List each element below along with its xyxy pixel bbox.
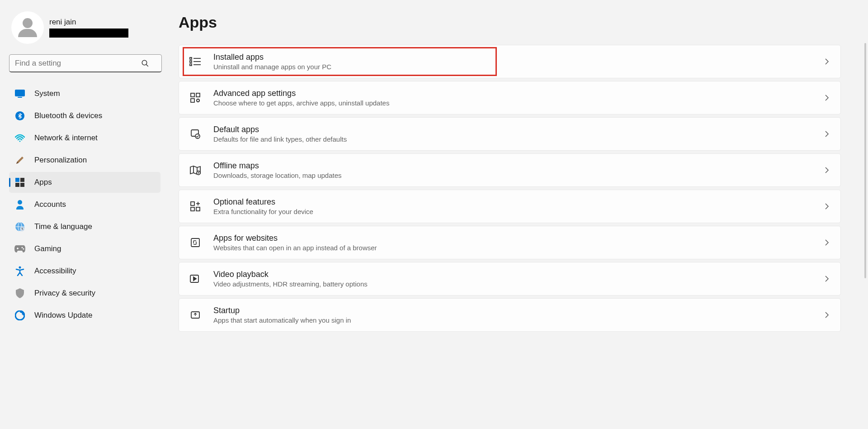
svg-rect-31 [196,93,200,97]
svg-rect-9 [20,183,24,187]
card-installed-apps[interactable]: Installed apps Uninstall and manage apps… [179,45,841,78]
svg-point-21 [19,267,21,269]
card-default-apps[interactable]: Default apps Defaults for file and link … [179,117,841,151]
svg-rect-2 [15,90,25,96]
sidebar-item-accounts[interactable]: Accounts [9,194,160,215]
sidebar-item-label: System [34,89,60,98]
profile-email-redacted [49,29,128,38]
system-icon [14,88,25,99]
sidebar-item-system[interactable]: System [9,83,160,104]
svg-point-33 [197,99,199,102]
card-title: Video playback [213,270,811,279]
sidebar-item-label: Apps [34,178,52,187]
card-video-playback[interactable]: Video playback Video adjustments, HDR st… [179,262,841,296]
card-startup[interactable]: Startup Apps that start automatically wh… [179,298,841,332]
sidebar-item-label: Accessibility [34,267,76,276]
svg-rect-44 [191,238,199,247]
card-offline-maps[interactable]: Offline maps Downloads, storage location… [179,153,841,187]
accounts-icon [14,199,25,210]
time-language-icon [14,221,25,232]
sidebar-item-network[interactable]: Network & internet [9,128,160,148]
card-desc: Downloads, storage location, map updates [213,172,811,179]
card-desc: Apps that start automatically when you s… [213,316,811,324]
card-advanced-app-settings[interactable]: Advanced app settings Choose where to ge… [179,81,841,114]
svg-rect-6 [15,178,19,182]
svg-rect-26 [190,61,192,62]
svg-point-10 [18,200,22,205]
sidebar-item-bluetooth[interactable]: Bluetooth & devices [9,105,160,126]
svg-line-1 [146,64,148,67]
svg-point-5 [19,141,21,142]
search-input[interactable] [9,54,162,72]
offline-maps-icon [189,164,202,176]
search-wrap [9,54,160,72]
card-desc: Choose where to get apps, archive apps, … [213,99,811,107]
svg-rect-7 [20,178,24,182]
chevron-right-icon [823,239,830,246]
profile-text: reni jain [49,18,128,38]
card-desc: Defaults for file and link types, other … [213,135,811,143]
apps-for-websites-icon [189,236,202,249]
card-title: Offline maps [213,161,811,171]
card-desc: Uninstall and manage apps on your PC [213,63,811,71]
sidebar-item-privacy[interactable]: Privacy & security [9,283,160,304]
chevron-right-icon [823,275,830,282]
default-apps-icon [189,128,202,140]
scrollbar[interactable] [864,43,866,278]
sidebar-item-label: Bluetooth & devices [34,111,102,120]
svg-rect-3 [18,97,22,98]
svg-point-0 [142,60,147,65]
bluetooth-icon [14,110,25,121]
chevron-right-icon [823,167,830,174]
card-title: Advanced app settings [213,89,811,98]
chevron-right-icon [823,203,830,210]
sidebar-item-label: Gaming [34,244,61,253]
card-desc: Websites that can open in an app instead… [213,244,811,252]
sidebar-item-label: Windows Update [34,311,93,320]
svg-point-18 [23,248,24,250]
chevron-right-icon [823,130,830,138]
advanced-app-settings-icon [189,91,202,104]
sidebar-item-label: Accounts [34,200,66,209]
chevron-right-icon [823,58,830,65]
gaming-icon [14,243,25,254]
svg-rect-32 [191,99,194,102]
network-icon [14,133,25,143]
svg-rect-28 [190,64,192,66]
card-optional-features[interactable]: Optional features Extra functionality fo… [179,190,841,223]
svg-rect-30 [191,93,194,97]
card-desc: Video adjustments, HDR streaming, batter… [213,280,811,288]
sidebar-item-gaming[interactable]: Gaming [9,238,160,259]
sidebar-item-apps[interactable]: Apps [9,172,160,193]
chevron-right-icon [823,94,830,101]
profile-section[interactable]: reni jain [9,9,160,51]
sidebar-item-label: Personalization [34,156,87,165]
privacy-icon [14,288,25,299]
nav-list: System Bluetooth & devices Network & int… [9,83,160,326]
card-title: Optional features [213,197,811,207]
avatar [11,11,44,44]
sidebar-item-time-language[interactable]: Time & language [9,216,160,237]
svg-rect-24 [190,57,192,59]
svg-marker-46 [193,277,196,281]
sidebar-item-label: Time & language [34,222,92,231]
card-title: Default apps [213,125,811,134]
settings-card-list: Installed apps Uninstall and manage apps… [179,45,841,332]
optional-features-icon [189,200,202,213]
startup-icon [189,309,202,321]
sidebar-item-windows-update[interactable]: Windows Update [9,305,160,326]
sidebar-item-label: Privacy & security [34,289,95,298]
installed-apps-icon [189,55,202,68]
windows-update-icon [14,310,25,321]
svg-rect-41 [191,207,194,211]
chevron-right-icon [823,311,830,319]
sidebar-item-accessibility[interactable]: Accessibility [9,261,160,281]
svg-rect-8 [15,183,19,187]
card-title: Apps for websites [213,234,811,243]
sidebar-item-personalization[interactable]: Personalization [9,150,160,171]
sidebar: reni jain System Bluetooth & devices [0,0,167,429]
card-apps-for-websites[interactable]: Apps for websites Websites that can open… [179,226,841,259]
profile-name: reni jain [49,18,128,27]
page-title: Apps [179,14,841,31]
search-icon [141,59,149,67]
